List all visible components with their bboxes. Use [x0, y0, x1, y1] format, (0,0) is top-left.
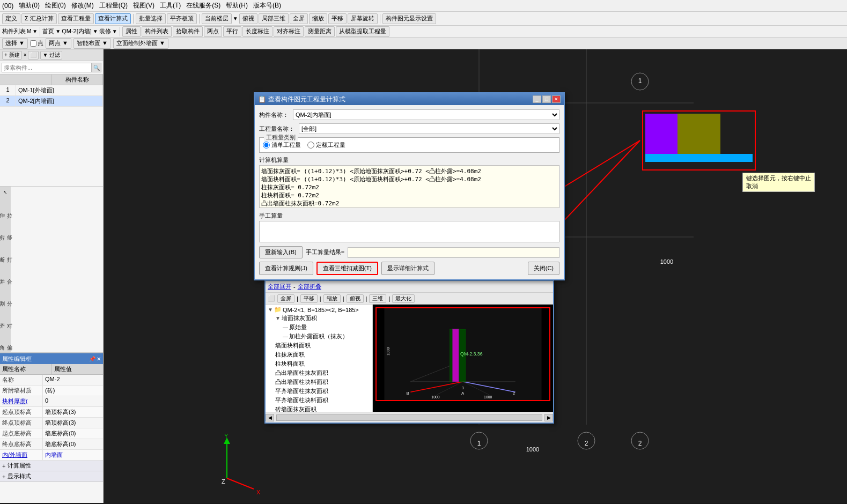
decor-dropdown[interactable]: ▼ [112, 28, 117, 34]
comp-name-select[interactable]: QM-2[内墙面] [293, 109, 559, 120]
sub-btn-topview[interactable]: 俯视 [347, 294, 364, 303]
radio-list-input[interactable] [263, 142, 270, 149]
menu-item-help[interactable]: 帮助(H) [226, 1, 248, 10]
btn-expand-all[interactable]: 全部展开 [268, 283, 291, 291]
qty-name-select[interactable]: [全部] [299, 123, 559, 134]
sub-btn-zoom[interactable]: 缩放 [323, 294, 341, 303]
tree-item-7[interactable]: 凸出墙面柱块料面积 [274, 377, 371, 387]
tree-item-4[interactable]: 柱抹灰面积 [274, 350, 371, 359]
tree-item-0[interactable]: ▼ 墙面抹灰面积 [274, 314, 371, 323]
menu-item-modify[interactable]: 修改(M) [71, 1, 94, 10]
menu-item-quantity[interactable]: 工程量(Q) [99, 1, 128, 10]
btn-comp-list[interactable]: 构件列表 [142, 26, 172, 37]
prop-value-end-top[interactable]: 墙顶标高(3) [43, 418, 103, 428]
tree-item-9[interactable]: 平齐墙面柱块料面积 [274, 396, 371, 405]
btn-parallel[interactable]: 平行 [223, 26, 241, 37]
component-row-2[interactable]: 2 QM-2[内墙面] [0, 96, 103, 107]
btn-level[interactable]: 平移 [328, 13, 347, 24]
btn-two-points[interactable]: 两点 [204, 26, 222, 37]
prop-section-calc[interactable]: + 计算属性 [0, 461, 103, 471]
btn-two-pts[interactable]: 两点 ▼ [46, 38, 71, 49]
btn-measure-dist[interactable]: 测量距离 [305, 26, 335, 37]
tool-stretch-label[interactable]: 拉伸 [0, 198, 14, 219]
tool-align-label[interactable]: 对齐 [0, 308, 14, 329]
btn-property[interactable]: 属性 [122, 26, 141, 37]
btn-pick[interactable]: 拾取构件 [173, 26, 203, 37]
sub-btn-level[interactable]: 平移 [300, 294, 318, 303]
floor-label[interactable]: QM-2[内墙] [62, 27, 92, 35]
btn-top-view[interactable]: 俯视 [239, 13, 257, 24]
tree-item-3[interactable]: 墙面块料面积 [274, 341, 371, 350]
manual-input[interactable] [259, 221, 559, 242]
btn-reinput[interactable]: 重新输入(B) [259, 246, 303, 258]
dialog-maximize-btn[interactable]: □ [542, 95, 551, 103]
home-label[interactable]: 首页 [42, 27, 54, 35]
tree-item-1[interactable]: — 原始量 [282, 323, 371, 332]
tool-merge-label[interactable]: 合并 [0, 264, 14, 285]
tree-scrollbar[interactable] [276, 414, 542, 421]
btn-rotate-screen[interactable]: 屏幕旋转 [348, 13, 378, 24]
prop-value-start-bot[interactable]: 墙底标高(0) [43, 428, 103, 439]
menu-item-tools[interactable]: 工具(T) [160, 1, 181, 10]
tool-split-label[interactable]: 分割 [0, 286, 14, 307]
btn-fullscreen[interactable]: 全屏 [290, 13, 308, 24]
layer-dropdown[interactable]: ▼ [233, 16, 238, 21]
tool-angle-label[interactable]: 偏角 [0, 330, 14, 351]
sub-btn-maximize[interactable]: 最大化 [392, 294, 415, 303]
btn-draw-exterior[interactable]: 立面绘制外墙面 ▼ [113, 38, 168, 49]
dialog-minimize-btn[interactable]: _ [533, 95, 541, 103]
dialog-title-bar[interactable]: 📋 查看构件图元工程量计算式 _ □ ✕ [255, 93, 564, 105]
tree-item-10[interactable]: 砖墙面抹灰面积 [274, 405, 371, 412]
check-point[interactable]: 点 [30, 39, 43, 47]
btn-summary[interactable]: Σ 汇总计算 [21, 13, 57, 24]
btn-extract-qty[interactable]: 从模型提取工程量 [336, 26, 389, 37]
btn-filter[interactable]: ▼ 过滤 [40, 51, 62, 60]
prop-value-end-bot[interactable]: 墙底标高(0) [43, 439, 103, 449]
btn-length-mark[interactable]: 长度标注 [242, 26, 272, 37]
tree-item-5[interactable]: 柱块料面积 [274, 359, 371, 368]
tree-item-2[interactable]: — 加柱外露面积（抹灰） [282, 332, 371, 341]
btn-zoom[interactable]: 缩放 [309, 13, 327, 24]
btn-collapse-all[interactable]: 全部折叠 [298, 283, 321, 291]
btn-level-view[interactable]: 平齐板顶 [167, 13, 197, 24]
floor-dropdown[interactable]: ▼ [93, 28, 98, 34]
tool-break-label[interactable]: 打断 [0, 242, 14, 263]
dialog-close-btn[interactable]: ✕ [552, 95, 561, 103]
btn-view-component[interactable]: 查看工程量 [58, 13, 94, 24]
btn-check-calc[interactable]: 查看计算式 [95, 13, 131, 24]
btn-copy[interactable]: ⬜ [28, 51, 39, 60]
tool-arrow[interactable]: ↖ [1, 188, 10, 197]
prop-value-start-top[interactable]: 墙顶标高(3) [43, 407, 103, 417]
btn-current-layer[interactable]: 当前楼层 [202, 13, 232, 24]
btn-smart-arrange[interactable]: 智能布置 ▼ [73, 38, 111, 49]
component-row-1[interactable]: 1 QM-1[外墙面] [0, 85, 103, 96]
menu-item-00[interactable]: (00) [2, 2, 13, 10]
prop-value-thickness[interactable]: 0 [43, 396, 103, 406]
search-button[interactable]: 🔍 [92, 63, 101, 72]
tree-item-6[interactable]: 凸出墙面柱抹灰面积 [274, 368, 371, 377]
btn-select[interactable]: 选择 ▼ [2, 38, 28, 49]
radio-quota-input[interactable] [307, 142, 314, 149]
radio-list[interactable]: 清单工程量 [263, 141, 301, 149]
btn-align-mark[interactable]: 对齐标注 [274, 26, 304, 37]
btn-view-3d[interactable]: 查看三维扣减图(T) [316, 262, 378, 275]
btn-3d-local[interactable]: 局部三维 [259, 13, 289, 24]
prop-pin-icon[interactable]: 📌 [89, 356, 95, 362]
decor-label[interactable]: 装修 [99, 27, 111, 35]
prop-value-inner-outer[interactable]: 内墙面 [43, 450, 103, 460]
comp-list-dropdown[interactable]: ▼ [32, 28, 38, 34]
sub-btn-3d[interactable]: 三维 [369, 294, 386, 303]
menu-item-assist[interactable]: 辅助(0) [19, 1, 40, 10]
scroll-right-btn[interactable]: ▶ [544, 414, 553, 421]
prop-label-inner-outer[interactable]: 内/外墙面 [0, 450, 43, 460]
btn-define[interactable]: 定义 [2, 13, 20, 24]
btn-component-display[interactable]: 构件图元显示设置 [382, 13, 436, 24]
check-point-input[interactable] [30, 40, 36, 47]
sub-btn-fullscreen[interactable]: 全屏 [277, 294, 294, 303]
btn-view-rules[interactable]: 查看计算规则(J) [259, 262, 313, 275]
tree-root[interactable]: ▼ 📁 QM-2<1, B=185><2, B=185> [267, 306, 371, 314]
menu-item-view[interactable]: 视图(V) [133, 1, 154, 10]
manual-result-input[interactable] [348, 247, 559, 258]
tool-trim-label[interactable]: 修剪 [0, 220, 14, 241]
radio-quota[interactable]: 定额工程量 [307, 141, 345, 149]
